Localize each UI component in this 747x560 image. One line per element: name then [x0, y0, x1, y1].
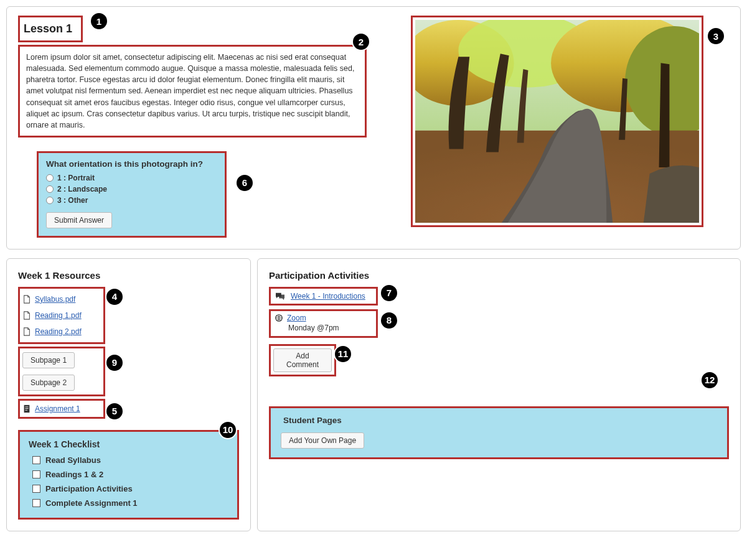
discussion-link[interactable]: Week 1 - Introductions — [291, 292, 365, 301]
checklist-heading: Week 1 Checklist — [29, 439, 228, 449]
checklist-item[interactable]: Readings 1 & 2 — [32, 470, 228, 479]
callout-8: 8 — [380, 311, 398, 330]
pdf-icon — [22, 311, 31, 320]
subpage-button[interactable]: Subpage 1 — [22, 352, 75, 368]
lesson-panel: 1 Lesson 1 2 Lorem ipsum dolor sit amet,… — [6, 6, 741, 250]
callout-5: 5 — [105, 402, 124, 421]
lesson-body-wrap: 2 Lorem ipsum dolor sit amet, consectetu… — [18, 45, 367, 138]
zoom-row: Zoom Monday @7pm — [269, 309, 378, 338]
callout-12: 12 — [700, 371, 719, 390]
resource-link[interactable]: Syllabus.pdf — [35, 295, 75, 304]
radio-icon[interactable] — [46, 185, 54, 193]
resource-file-list: Syllabus.pdf Reading 1.pdf Reading 2.pdf — [18, 287, 105, 344]
quiz-option[interactable]: 1 : Portrait — [46, 174, 217, 182]
pdf-icon — [22, 327, 31, 336]
lesson-right-column: 3 — [385, 16, 729, 238]
resources-panel: Week 1 Resources 4 Syllabus.pdf Reading … — [6, 258, 251, 531]
svg-rect-9 — [25, 408, 28, 409]
quiz-option-label: 2 : Landscape — [57, 185, 107, 194]
checkbox-icon[interactable] — [32, 470, 40, 478]
bottom-row: Week 1 Resources 4 Syllabus.pdf Reading … — [6, 258, 741, 531]
add-your-own-page-button[interactable]: Add Your Own Page — [281, 432, 364, 449]
student-pages-box: Student Pages Add Your Own Page — [269, 406, 729, 459]
callout-7: 7 — [380, 284, 398, 302]
radio-icon[interactable] — [46, 174, 54, 182]
resource-link[interactable]: Reading 2.pdf — [35, 327, 82, 336]
quiz-option-label: 3 : Other — [57, 196, 88, 205]
globe-icon — [275, 314, 283, 322]
checklist-item[interactable]: Participation Activities — [32, 484, 228, 493]
comments-icon — [275, 292, 286, 301]
checklist-label: Read Syllabus — [45, 455, 101, 465]
radio-icon[interactable] — [46, 197, 54, 204]
checkbox-icon[interactable] — [32, 485, 40, 493]
resources-heading: Week 1 Resources — [18, 270, 239, 281]
checkbox-icon[interactable] — [32, 499, 40, 507]
callout-2: 2 — [352, 32, 370, 51]
participation-heading: Participation Activities — [269, 270, 729, 281]
quiz-option[interactable]: 2 : Landscape — [46, 185, 217, 194]
student-pages-heading: Student Pages — [283, 416, 717, 425]
zoom-time: Monday @7pm — [288, 324, 372, 332]
checklist-item[interactable]: Read Syllabus — [32, 455, 228, 465]
checklist-label: Complete Assignment 1 — [45, 498, 138, 508]
lesson-left-column: 1 Lesson 1 2 Lorem ipsum dolor sit amet,… — [18, 16, 367, 238]
subpage-list: Subpage 1 Subpage 2 — [18, 347, 105, 396]
checklist-label: Participation Activities — [45, 484, 133, 493]
callout-9: 9 — [105, 353, 124, 372]
discussion-row[interactable]: Week 1 - Introductions — [269, 287, 378, 306]
svg-rect-10 — [25, 410, 27, 411]
assignment-item[interactable]: Assignment 1 — [22, 403, 101, 414]
svg-rect-8 — [25, 406, 28, 407]
lesson-title: Lesson 1 — [18, 16, 83, 42]
assignment-box: Assignment 1 — [18, 399, 105, 419]
quiz-question: What orientation is this photograph in? — [46, 159, 217, 169]
lesson-body: Lorem ipsum dolor sit amet, consectetur … — [18, 45, 367, 138]
zoom-link[interactable]: Zoom — [287, 314, 306, 322]
zoom-line[interactable]: Zoom — [275, 314, 372, 322]
checkbox-icon[interactable] — [32, 456, 40, 464]
resource-link[interactable]: Reading 1.pdf — [35, 311, 82, 320]
callout-10: 10 — [218, 421, 237, 439]
callout-6: 6 — [235, 174, 254, 192]
callout-11: 11 — [334, 345, 352, 363]
add-comment-box: Add Comment — [269, 344, 336, 376]
pdf-icon — [22, 295, 31, 304]
quiz-wrap: 6 What orientation is this photograph in… — [37, 151, 227, 238]
resource-file[interactable]: Reading 1.pdf — [22, 307, 101, 324]
resource-file[interactable]: Syllabus.pdf — [22, 291, 101, 307]
checklist-box: Week 1 Checklist Read Syllabus Readings … — [18, 430, 239, 520]
quiz-box: What orientation is this photograph in? … — [37, 151, 227, 238]
subpage-button[interactable]: Subpage 2 — [22, 375, 75, 391]
callout-3: 3 — [707, 27, 725, 45]
callout-4: 4 — [105, 287, 124, 306]
callout-1: 1 — [90, 12, 108, 30]
quiz-option[interactable]: 3 : Other — [46, 196, 217, 205]
assignment-link[interactable]: Assignment 1 — [35, 404, 80, 413]
submit-answer-button[interactable]: Submit Answer — [46, 212, 112, 228]
checklist-item[interactable]: Complete Assignment 1 — [32, 498, 228, 508]
lesson-image — [411, 16, 703, 227]
quiz-option-label: 1 : Portrait — [57, 174, 95, 182]
checklist-label: Readings 1 & 2 — [45, 470, 103, 479]
add-comment-button[interactable]: Add Comment — [273, 348, 332, 372]
assignment-icon — [22, 404, 31, 413]
resource-file[interactable]: Reading 2.pdf — [22, 324, 101, 340]
participation-panel: Participation Activities 7 Week 1 - Intr… — [257, 258, 741, 531]
forest-path-image — [415, 20, 699, 223]
